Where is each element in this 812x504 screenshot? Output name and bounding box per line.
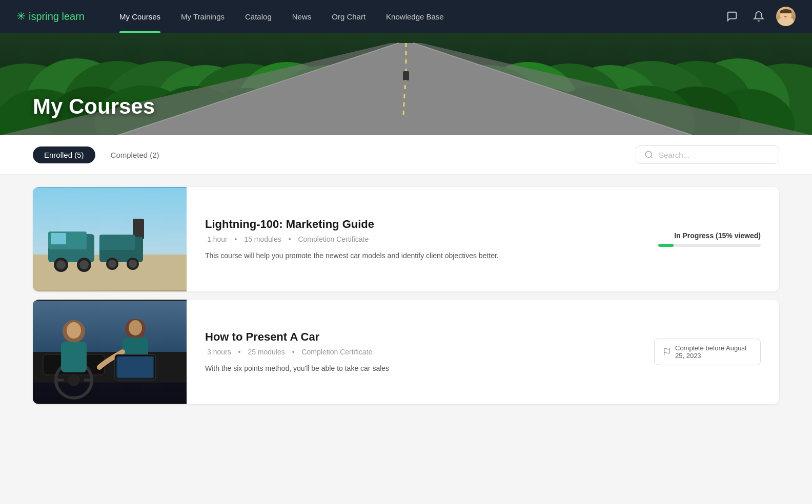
- search-icon: [644, 150, 654, 159]
- svg-line-38: [651, 156, 652, 158]
- tab-enrolled[interactable]: Enrolled (5): [33, 146, 95, 163]
- nav-item-news[interactable]: News: [282, 0, 322, 33]
- progress-status: In Progress (15% viewed): [658, 232, 761, 247]
- svg-point-53: [108, 260, 116, 268]
- course-card[interactable]: Lightning-100: Marketing Guide 1 hour • …: [33, 187, 779, 291]
- nav-links: My Courses My Trainings Catalog News Org…: [109, 0, 723, 33]
- svg-rect-51: [99, 235, 135, 250]
- course-description: This course will help you promote the ne…: [205, 250, 617, 261]
- search-input[interactable]: [659, 151, 770, 159]
- logo-text: ispring learn: [29, 11, 85, 23]
- svg-rect-73: [117, 357, 153, 377]
- course-meta: 1 hour • 15 modules • Completion Certifi…: [205, 235, 617, 243]
- course-title: How to Present A Car: [205, 330, 617, 344]
- notifications-button[interactable]: [749, 7, 768, 26]
- course-body: How to Present A Car 3 hours • 25 module…: [187, 300, 636, 404]
- car-interior-image: [33, 300, 187, 404]
- logo[interactable]: ✳ ispring learn: [16, 10, 85, 23]
- vans-image: [33, 187, 187, 291]
- svg-point-67: [67, 322, 81, 339]
- chat-icon: [726, 11, 738, 22]
- page-title: My Courses: [33, 94, 155, 119]
- nav-item-org-chart[interactable]: Org Chart: [321, 0, 376, 33]
- course-thumbnail: [33, 187, 187, 291]
- progress-bar-track: [658, 244, 761, 247]
- nav-item-knowledge-base[interactable]: Knowledge Base: [376, 0, 454, 33]
- svg-point-47: [56, 260, 66, 269]
- deadline-badge: Complete before August 25, 2023: [654, 339, 761, 365]
- course-description: With the six points method, you'll be ab…: [205, 363, 617, 374]
- avatar[interactable]: [776, 7, 796, 26]
- flag-icon: [663, 348, 671, 356]
- hero-background: [0, 33, 812, 135]
- nav-right: [723, 7, 796, 26]
- nav-item-my-trainings[interactable]: My Trainings: [171, 0, 235, 33]
- nav-item-catalog[interactable]: Catalog: [235, 0, 282, 33]
- hero-forest-svg: [0, 33, 812, 135]
- messages-button[interactable]: [723, 7, 741, 26]
- svg-point-69: [129, 320, 142, 335]
- svg-rect-36: [403, 71, 409, 80]
- course-status: Complete before August 25, 2023: [636, 300, 779, 404]
- svg-line-33: [403, 94, 404, 115]
- svg-point-61: [68, 374, 80, 386]
- nav-item-my-courses[interactable]: My Courses: [109, 0, 171, 33]
- logo-icon: ✳: [16, 10, 26, 23]
- svg-rect-45: [51, 233, 66, 244]
- svg-rect-57: [33, 301, 187, 352]
- filter-tabs: Enrolled (5) Completed (2): [33, 146, 636, 163]
- course-list: Lightning-100: Marketing Guide 1 hour • …: [0, 175, 812, 416]
- course-meta: 3 hours • 25 modules • Completion Certif…: [205, 348, 617, 356]
- status-label: In Progress (15% viewed): [658, 232, 761, 240]
- filter-bar: Enrolled (5) Completed (2): [0, 135, 812, 175]
- bell-icon: [753, 11, 764, 22]
- course-thumbnail: [33, 300, 187, 404]
- svg-point-49: [79, 260, 89, 269]
- svg-point-55: [129, 260, 137, 268]
- svg-point-37: [645, 151, 652, 157]
- course-card[interactable]: How to Present A Car 3 hours • 25 module…: [33, 300, 779, 404]
- navbar: ✳ ispring learn My Courses My Trainings …: [0, 0, 812, 33]
- deadline-text: Complete before August 25, 2023: [675, 344, 752, 360]
- hero-banner: My Courses: [0, 33, 812, 135]
- svg-rect-66: [61, 342, 87, 372]
- course-title: Lightning-100: Marketing Guide: [205, 218, 617, 231]
- tab-completed[interactable]: Completed (2): [99, 146, 171, 163]
- progress-bar-fill: [658, 244, 674, 247]
- course-body: Lightning-100: Marketing Guide 1 hour • …: [187, 187, 636, 291]
- search-box: [636, 145, 779, 164]
- course-status: In Progress (15% viewed): [636, 187, 779, 291]
